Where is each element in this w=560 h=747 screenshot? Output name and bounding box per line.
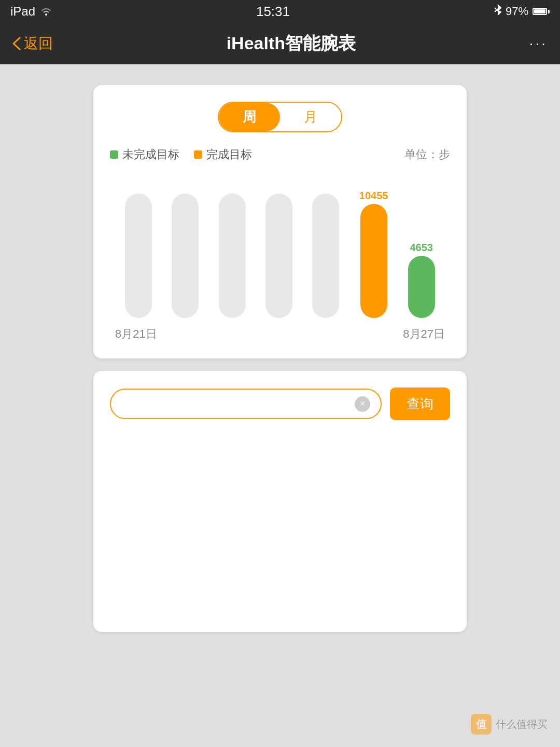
page-title: iHealth智能腕表 xyxy=(227,32,356,56)
bar-7-value: 4653 xyxy=(410,242,433,254)
chart-area: 10455 4653 xyxy=(110,173,450,318)
tab-toggle: 周 月 xyxy=(110,102,450,132)
battery-icon xyxy=(533,8,550,15)
bar-1 xyxy=(125,193,152,318)
main-content: 周 月 未完成目标 完成目标 单位：步 xyxy=(0,64,560,653)
legend-complete: 完成目标 xyxy=(194,147,252,162)
legend-complete-label: 完成目标 xyxy=(206,147,252,162)
status-bar: iPad 15:31 97% xyxy=(0,0,560,23)
legend-dot-incomplete xyxy=(110,150,118,159)
chart-card: 周 月 未完成目标 完成目标 单位：步 xyxy=(93,85,467,358)
bar-col-4 xyxy=(265,173,292,318)
legend-dot-complete xyxy=(194,150,202,159)
chart-labels: 8月21日 8月27日 xyxy=(110,326,450,342)
battery-percent: 97% xyxy=(506,5,528,18)
legend-incomplete: 未完成目标 xyxy=(110,147,179,162)
bar-col-6: 10455 xyxy=(359,173,388,318)
legend-incomplete-label: 未完成目标 xyxy=(122,147,179,162)
back-button[interactable]: 返回 xyxy=(12,34,53,53)
legend-unit: 单位：步 xyxy=(404,147,450,162)
watermark-logo: 值 xyxy=(471,714,492,735)
search-input-wrap: × xyxy=(110,389,382,419)
tab-week[interactable]: 周 xyxy=(219,103,280,131)
bar-col-3 xyxy=(219,173,246,318)
search-results xyxy=(110,428,450,615)
bar-col-1 xyxy=(125,173,152,318)
watermark: 值 什么值得买 xyxy=(471,714,548,735)
chart-label-end: 8月27日 xyxy=(403,326,445,342)
search-card: × 查询 xyxy=(93,371,467,632)
bar-col-5 xyxy=(312,173,339,318)
watermark-text: 什么值得买 xyxy=(496,717,548,731)
search-input[interactable] xyxy=(121,396,355,412)
bluetooth-icon xyxy=(494,5,501,18)
status-bar-right: 97% xyxy=(494,5,550,18)
tab-container: 周 月 xyxy=(218,102,342,132)
clear-icon[interactable]: × xyxy=(355,396,370,412)
search-row: × 查询 xyxy=(110,388,450,420)
status-time: 15:31 xyxy=(256,4,290,20)
bar-col-7: 4653 xyxy=(408,173,435,318)
device-label: iPad xyxy=(10,4,35,19)
bar-4 xyxy=(265,193,292,318)
wifi-icon xyxy=(40,4,52,19)
query-button[interactable]: 查询 xyxy=(390,388,450,420)
bar-7 xyxy=(408,256,435,318)
bar-2 xyxy=(172,193,199,318)
bar-6 xyxy=(360,204,387,318)
nav-bar: 返回 iHealth智能腕表 ··· xyxy=(0,23,560,64)
tab-month[interactable]: 月 xyxy=(280,103,341,131)
bar-3 xyxy=(219,193,246,318)
bar-6-value: 10455 xyxy=(359,190,388,202)
bar-col-2 xyxy=(172,173,199,318)
chart-label-start: 8月21日 xyxy=(115,326,157,342)
back-label: 返回 xyxy=(24,34,53,53)
chart-legend: 未完成目标 完成目标 单位：步 xyxy=(110,147,450,162)
more-button[interactable]: ··· xyxy=(529,35,548,52)
status-bar-left: iPad xyxy=(10,4,52,19)
bar-5 xyxy=(312,193,339,318)
